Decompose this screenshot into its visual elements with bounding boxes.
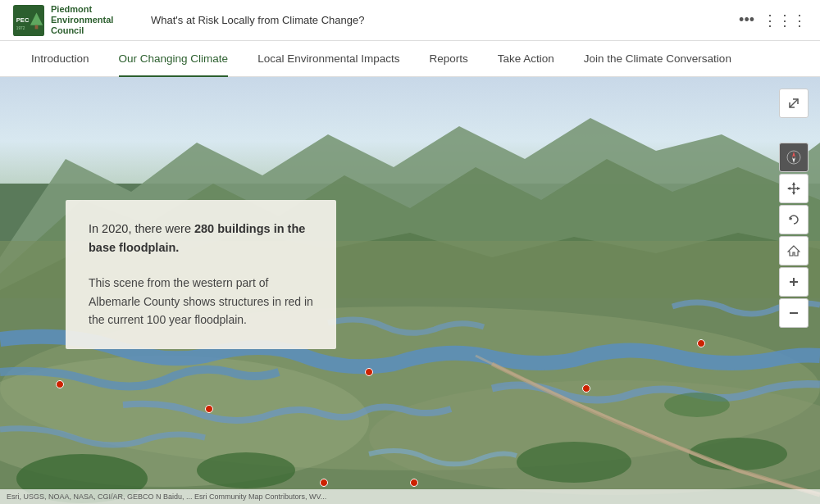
page-title: What's at Risk Locally from Climate Chan… [144,14,739,26]
svg-marker-26 [797,187,800,190]
svg-point-13 [197,452,295,488]
svg-text:PEC: PEC [16,16,30,23]
rotate-button[interactable] [779,205,809,234]
attribution-bar: Esri, USGS, NOAA, NASA, CGI/AR, GEBCO N … [0,489,820,504]
main-nav: Introduction Our Changing Climate Local … [0,41,820,77]
zoom-in-button[interactable] [779,267,809,297]
header-menu-dots[interactable]: ••• [739,11,754,29]
red-marker-4 [697,339,705,347]
red-marker-7 [582,384,590,393]
zoom-in-icon [788,276,800,288]
right-toolbar [779,143,809,328]
header-kebab-menu[interactable]: ⋮⋮⋮ [763,11,807,30]
nav-item-join-conversation[interactable]: Join the Climate Conversation [569,41,746,77]
info-text-1: In 2020, there were 280 buildings in the… [89,220,313,257]
compass-icon [786,150,801,165]
zoom-out-icon [788,307,800,319]
zoom-out-button[interactable] [779,298,809,328]
svg-point-14 [517,442,631,483]
svg-marker-23 [792,182,795,185]
svg-marker-20 [792,157,795,163]
expand-icon [788,98,800,109]
org-logo: PEC 1972 [13,5,44,36]
red-marker-2 [365,368,373,376]
nav-item-introduction[interactable]: Introduction [16,41,104,77]
svg-marker-25 [787,187,790,190]
svg-point-15 [689,438,787,470]
nav-item-local-environmental-impacts[interactable]: Local Environmental Impacts [243,41,414,77]
svg-line-17 [790,99,798,107]
svg-rect-4 [35,25,39,29]
move-icon [786,181,801,196]
compass-button[interactable] [779,143,809,172]
org-name: Piedmont Environmental Council [51,4,100,37]
expand-button[interactable] [779,89,809,118]
svg-text:1972: 1972 [16,26,25,30]
red-marker-5 [410,479,418,487]
svg-marker-28 [788,246,800,256]
nav-item-take-action[interactable]: Take Action [483,41,569,77]
home-icon [787,244,800,257]
header: PEC 1972 Piedmont Environmental Council … [0,0,820,41]
info-text-2: This scene from the western part of Albe… [89,274,313,329]
svg-point-16 [664,393,730,417]
svg-marker-24 [792,192,795,195]
rotate-icon [786,212,801,227]
home-button[interactable] [779,236,809,266]
svg-marker-19 [792,152,795,157]
header-icons: ••• ⋮⋮⋮ [739,11,807,30]
red-marker-3 [320,479,328,487]
move-button[interactable] [779,174,809,203]
red-marker-6 [205,405,213,413]
nav-item-our-changing-climate[interactable]: Our Changing Climate [104,41,244,77]
info-box: In 2020, there were 280 buildings in the… [66,200,336,349]
attribution-text: Esri, USGS, NOAA, NASA, CGI/AR, GEBCO N … [7,493,326,501]
map-container: In 2020, there were 280 buildings in the… [0,77,820,504]
red-marker-1 [56,380,64,388]
nav-item-reports[interactable]: Reports [414,41,482,77]
logo-area: PEC 1972 Piedmont Environmental Council [13,4,144,37]
